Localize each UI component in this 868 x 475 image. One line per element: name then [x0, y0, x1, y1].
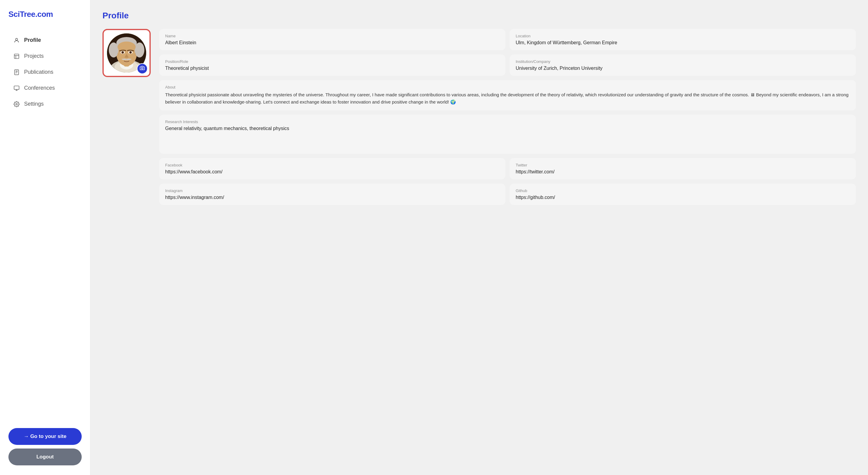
- sidebar-item-label: Profile: [24, 37, 41, 43]
- github-field[interactable]: Github https://github.com/: [510, 183, 856, 205]
- facebook-twitter-row: Facebook https://www.facebook.com/ Twitt…: [159, 158, 856, 179]
- institution-value: University of Zurich, Princeton Universi…: [516, 66, 850, 71]
- profile-fields: Name Albert Einstein Location Ulm, Kingd…: [159, 29, 856, 205]
- instagram-value: https://www.instagram.com/: [165, 195, 499, 200]
- facebook-value: https://www.facebook.com/: [165, 169, 499, 175]
- profile-area: Name Albert Einstein Location Ulm, Kingd…: [102, 29, 856, 205]
- about-field[interactable]: About Theoretical physicist passionate a…: [159, 80, 856, 110]
- sidebar-item-settings[interactable]: Settings: [8, 97, 82, 111]
- main-content: Profile: [90, 0, 868, 475]
- name-field[interactable]: Name Albert Einstein: [159, 29, 505, 50]
- position-value: Theoretical physicist: [165, 66, 499, 71]
- position-institution-row: Position/Role Theoretical physicist Inst…: [159, 55, 856, 76]
- sidebar-item-projects[interactable]: Projects: [8, 49, 82, 63]
- sidebar-item-publications[interactable]: Publications: [8, 65, 82, 79]
- institution-field[interactable]: Institution/Company University of Zurich…: [510, 55, 856, 76]
- settings-icon: [13, 101, 20, 107]
- goto-site-button[interactable]: → Go to your site: [8, 428, 82, 445]
- instagram-label: Instagram: [165, 189, 499, 193]
- github-label: Github: [516, 189, 850, 193]
- profile-icon: [13, 37, 20, 43]
- projects-icon: [13, 53, 20, 59]
- sidebar-bottom: → Go to your site Logout: [8, 428, 82, 465]
- location-value: Ulm, Kingdom of Württemberg, German Empi…: [516, 40, 850, 45]
- app-logo: SciTree.com: [8, 10, 82, 19]
- name-value: Albert Einstein: [165, 40, 499, 45]
- sidebar-item-conferences[interactable]: Conferences: [8, 81, 82, 95]
- research-label: Research Interests: [165, 120, 850, 124]
- location-label: Location: [516, 34, 850, 38]
- sidebar: SciTree.com Profile Projects Publication…: [0, 0, 90, 475]
- research-field[interactable]: Research Interests General relativity, q…: [159, 115, 856, 154]
- twitter-field[interactable]: Twitter https://twitter.com/: [510, 158, 856, 179]
- about-label: About: [165, 85, 850, 90]
- location-field[interactable]: Location Ulm, Kingdom of Württemberg, Ge…: [510, 29, 856, 50]
- sidebar-item-profile[interactable]: Profile: [8, 33, 82, 47]
- github-value: https://github.com/: [516, 195, 850, 200]
- position-label: Position/Role: [165, 59, 499, 64]
- svg-point-11: [16, 103, 18, 105]
- twitter-value: https://twitter.com/: [516, 169, 850, 175]
- sidebar-item-label: Settings: [24, 101, 44, 107]
- about-value: Theoretical physicist passionate about u…: [165, 91, 850, 106]
- svg-point-0: [16, 38, 18, 40]
- instagram-field[interactable]: Instagram https://www.instagram.com/: [159, 183, 505, 205]
- sidebar-nav: Profile Projects Publications Conference…: [8, 33, 82, 418]
- camera-button[interactable]: [137, 63, 148, 74]
- camera-icon: [140, 66, 145, 72]
- facebook-label: Facebook: [165, 163, 499, 167]
- avatar-wrapper[interactable]: [102, 29, 151, 77]
- svg-rect-1: [14, 54, 19, 58]
- svg-rect-8: [14, 86, 19, 90]
- instagram-github-row: Instagram https://www.instagram.com/ Git…: [159, 183, 856, 205]
- name-location-row: Name Albert Einstein Location Ulm, Kingd…: [159, 29, 856, 50]
- svg-point-26: [123, 52, 124, 53]
- avatar-section: [102, 29, 151, 77]
- conferences-icon: [13, 85, 20, 91]
- svg-point-27: [130, 52, 131, 53]
- position-field[interactable]: Position/Role Theoretical physicist: [159, 55, 505, 76]
- facebook-field[interactable]: Facebook https://www.facebook.com/: [159, 158, 505, 179]
- institution-label: Institution/Company: [516, 59, 850, 64]
- sidebar-item-label: Conferences: [24, 85, 55, 91]
- name-label: Name: [165, 34, 499, 38]
- logout-button[interactable]: Logout: [8, 448, 82, 465]
- svg-point-28: [141, 67, 143, 69]
- sidebar-item-label: Projects: [24, 53, 44, 59]
- twitter-label: Twitter: [516, 163, 850, 167]
- page-title: Profile: [102, 11, 856, 21]
- publications-icon: [13, 69, 20, 75]
- sidebar-item-label: Publications: [24, 69, 53, 75]
- research-value: General relativity, quantum mechanics, t…: [165, 126, 850, 131]
